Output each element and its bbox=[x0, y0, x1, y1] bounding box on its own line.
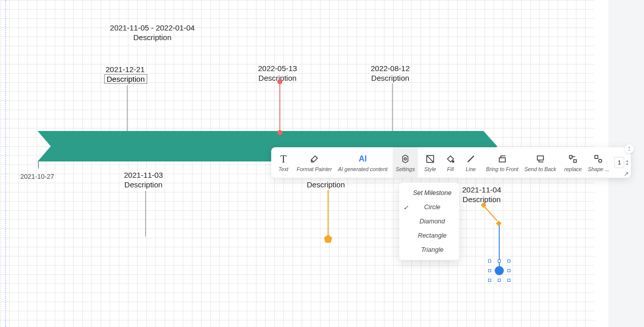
ai-icon: AI bbox=[356, 153, 370, 165]
line-button[interactable]: Line bbox=[461, 147, 481, 178]
ai-label: AI generated content bbox=[338, 166, 388, 172]
check-icon: ✓ bbox=[403, 204, 408, 211]
number-input[interactable] bbox=[614, 157, 624, 168]
milestone-top-1[interactable]: 2021-12-21 bbox=[106, 65, 145, 75]
ruler-guide bbox=[5, 0, 6, 327]
selection-handles[interactable] bbox=[488, 259, 510, 282]
milestone-bottom-3[interactable]: 2021-11-04 Description bbox=[462, 185, 501, 205]
milestone-desc: Description bbox=[107, 75, 145, 83]
format-painter-button[interactable]: Format Painter bbox=[294, 147, 335, 178]
range-desc: Description bbox=[81, 33, 223, 43]
replace-button[interactable]: replace bbox=[561, 147, 585, 178]
milestone-shape-dropdown: Set Milestone ✓ Circle Diamond Rectangle… bbox=[399, 183, 459, 260]
handle-ne[interactable] bbox=[507, 259, 510, 263]
milestone-date: 2021-12-21 bbox=[106, 65, 145, 74]
milestone-bottom-1-stem bbox=[145, 191, 146, 237]
send-to-back-button[interactable]: Send to Back bbox=[522, 147, 559, 178]
milestone-desc: Description bbox=[462, 195, 501, 205]
style-button[interactable]: Style bbox=[420, 147, 440, 178]
shape-button[interactable]: Shape ... bbox=[585, 147, 612, 178]
gear-icon bbox=[398, 153, 412, 165]
svg-point-2 bbox=[404, 158, 407, 160]
text-icon: T bbox=[276, 153, 291, 165]
range-date: 2021-11-05 - 2022-01-04 bbox=[110, 23, 195, 32]
dropdown-item-label: Diamond bbox=[420, 218, 445, 225]
start-date-label: 2021-10-27 bbox=[20, 173, 54, 180]
dropdown-item-label: Rectangle bbox=[418, 232, 446, 239]
dropdown-item-triangle[interactable]: Triangle bbox=[399, 243, 459, 257]
milestone-top-2-stem bbox=[279, 84, 280, 131]
milestone-date: 2021-11-04 bbox=[462, 185, 501, 194]
handle-nw[interactable] bbox=[488, 259, 491, 263]
milestone-bottom-2[interactable]: Description bbox=[307, 180, 345, 190]
dropdown-item-label: Circle bbox=[424, 204, 440, 211]
milestone-bottom-1[interactable]: 2021-11-03 Description bbox=[124, 171, 163, 190]
svg-rect-6 bbox=[537, 156, 543, 160]
shape-label: Shape ... bbox=[588, 166, 609, 172]
style-label: Style bbox=[424, 166, 436, 172]
handle-sw[interactable] bbox=[488, 279, 491, 282]
dropdown-item-diamond[interactable]: Diamond bbox=[399, 214, 459, 228]
red-dot-icon bbox=[277, 79, 282, 84]
settings-label: Settings bbox=[396, 166, 415, 172]
shape-icon bbox=[591, 153, 605, 165]
handle-s[interactable] bbox=[498, 279, 501, 282]
milestone-top-3[interactable]: 2022-08-12 Description bbox=[371, 64, 410, 83]
milestone-desc: Description bbox=[124, 180, 163, 190]
line-icon bbox=[464, 153, 478, 165]
handle-n[interactable] bbox=[498, 259, 501, 263]
range-event-label[interactable]: 2021-11-05 - 2022-01-04 Description bbox=[81, 23, 223, 43]
line-label: Line bbox=[466, 166, 476, 172]
svg-rect-9 bbox=[595, 155, 598, 158]
stepper-buttons[interactable]: ▲▼ bbox=[625, 159, 629, 166]
milestone-date: 2022-08-12 bbox=[371, 64, 410, 73]
floating-toolbar: T Text Format Painter AI AI generated co… bbox=[271, 147, 631, 178]
send-back-label: Send to Back bbox=[525, 166, 556, 172]
handle-se[interactable] bbox=[507, 279, 510, 282]
bring-front-icon bbox=[495, 153, 509, 165]
text-label: Text bbox=[278, 166, 288, 172]
milestone-desc: Description bbox=[371, 74, 410, 83]
bring-to-front-button[interactable]: Bring to Front bbox=[483, 147, 522, 178]
settings-button[interactable]: Settings bbox=[393, 147, 418, 178]
milestone-top-1-desc-box[interactable]: Description bbox=[104, 74, 147, 84]
replace-label: replace bbox=[564, 166, 582, 172]
milestone-top-1-stem bbox=[127, 85, 127, 131]
dropdown-item-circle[interactable]: ✓ Circle bbox=[399, 200, 459, 214]
svg-rect-7 bbox=[569, 155, 572, 158]
handle-w[interactable] bbox=[488, 269, 491, 272]
dropdown-item-label: Triangle bbox=[421, 246, 443, 253]
svg-rect-5 bbox=[499, 158, 505, 162]
bring-front-label: Bring to Front bbox=[486, 166, 519, 172]
text-button[interactable]: T Text bbox=[273, 147, 294, 178]
start-tick bbox=[38, 161, 39, 169]
fill-icon bbox=[443, 153, 458, 165]
dropdown-item-rectangle[interactable]: Rectangle bbox=[399, 228, 459, 243]
style-icon bbox=[423, 153, 437, 165]
milestone-date: 2022-05-13 bbox=[258, 64, 297, 73]
fill-button[interactable]: Fill bbox=[440, 147, 461, 178]
svg-point-4 bbox=[453, 161, 454, 162]
send-back-icon bbox=[533, 153, 548, 165]
dropdown-header: Set Milestone bbox=[399, 186, 459, 200]
svg-point-10 bbox=[599, 159, 602, 162]
replace-icon bbox=[566, 153, 580, 165]
milestone-bottom-2-stem bbox=[328, 190, 329, 236]
ai-content-button[interactable]: AI AI generated content bbox=[335, 147, 391, 178]
format-painter-label: Format Painter bbox=[297, 166, 332, 172]
svg-rect-8 bbox=[574, 160, 576, 162]
svg-marker-1 bbox=[403, 155, 408, 163]
handle-e[interactable] bbox=[507, 269, 510, 272]
pin-icon[interactable] bbox=[625, 144, 634, 153]
milestone-desc: Description bbox=[307, 180, 345, 189]
format-painter-icon bbox=[307, 153, 321, 165]
milestone-top-3-stem bbox=[392, 83, 393, 131]
expand-icon[interactable] bbox=[624, 172, 629, 177]
milestone-date: 2021-11-03 bbox=[124, 171, 163, 179]
red-dot-end-icon bbox=[277, 130, 282, 135]
fill-label: Fill bbox=[447, 166, 454, 172]
